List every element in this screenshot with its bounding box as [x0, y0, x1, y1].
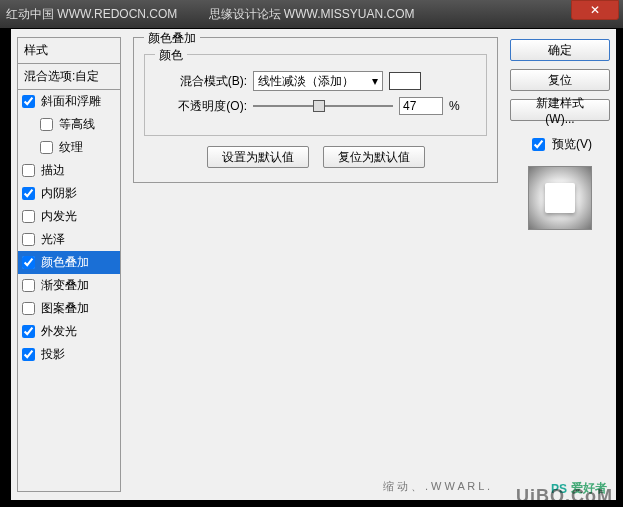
opacity-unit: %: [449, 99, 460, 113]
style-item-等高线[interactable]: 等高线: [18, 113, 120, 136]
style-item-label: 图案叠加: [41, 300, 89, 317]
color-swatch[interactable]: [389, 72, 421, 90]
style-item-label: 纹理: [59, 139, 83, 156]
title-bar: 红动中国 WWW.REDOCN.COM 思缘设计论坛 WWW.MISSYUAN.…: [0, 0, 623, 28]
style-item-label: 投影: [41, 346, 65, 363]
style-item-内发光[interactable]: 内发光: [18, 205, 120, 228]
styles-header: 样式: [18, 38, 120, 64]
titlebar-center-text: 思缘设计论坛 WWW.MISSYUAN.COM: [209, 6, 415, 23]
style-item-label: 外发光: [41, 323, 77, 340]
ok-button[interactable]: 确定: [510, 39, 610, 61]
style-item-checkbox[interactable]: [40, 141, 53, 154]
style-item-斜面和浮雕[interactable]: 斜面和浮雕: [18, 90, 120, 113]
chevron-down-icon: ▾: [372, 74, 378, 88]
blend-mode-row: 混合模式(B): 线性减淡（添加） ▾: [157, 71, 474, 91]
style-item-图案叠加[interactable]: 图案叠加: [18, 297, 120, 320]
style-item-checkbox[interactable]: [22, 279, 35, 292]
preview-checkbox[interactable]: [532, 138, 545, 151]
group-title: 颜色叠加: [144, 30, 200, 47]
style-item-外发光[interactable]: 外发光: [18, 320, 120, 343]
style-item-checkbox[interactable]: [22, 348, 35, 361]
style-item-描边[interactable]: 描边: [18, 159, 120, 182]
styles-column: 样式 混合选项:自定 斜面和浮雕等高线纹理描边内阴影内发光光泽颜色叠加渐变叠加图…: [17, 37, 121, 492]
style-item-光泽[interactable]: 光泽: [18, 228, 120, 251]
style-item-checkbox[interactable]: [40, 118, 53, 131]
style-item-投影[interactable]: 投影: [18, 343, 120, 366]
styles-list: 斜面和浮雕等高线纹理描边内阴影内发光光泽颜色叠加渐变叠加图案叠加外发光投影: [18, 90, 120, 491]
style-item-渐变叠加[interactable]: 渐变叠加: [18, 274, 120, 297]
blend-mode-select[interactable]: 线性减淡（添加） ▾: [253, 71, 383, 91]
new-style-button[interactable]: 新建样式(W)...: [510, 99, 610, 121]
color-overlay-group: 颜色叠加 颜色 混合模式(B): 线性减淡（添加） ▾ 不透明度(O):: [133, 37, 498, 183]
style-item-checkbox[interactable]: [22, 210, 35, 223]
style-item-label: 等高线: [59, 116, 95, 133]
style-item-label: 内阴影: [41, 185, 77, 202]
style-item-颜色叠加[interactable]: 颜色叠加: [18, 251, 120, 274]
color-fieldset: 颜色 混合模式(B): 线性减淡（添加） ▾ 不透明度(O): 47: [144, 54, 487, 136]
close-button[interactable]: ✕: [571, 0, 619, 20]
reset-button[interactable]: 复位: [510, 69, 610, 91]
opacity-value: 47: [403, 99, 416, 113]
close-icon: ✕: [590, 3, 600, 17]
main-panel: 颜色叠加 颜色 混合模式(B): 线性减淡（添加） ▾ 不透明度(O):: [127, 29, 504, 500]
preview-checkbox-row[interactable]: 预览(V): [528, 135, 592, 154]
right-column: 确定 复位 新建样式(W)... 预览(V): [504, 29, 616, 500]
make-default-button[interactable]: 设置为默认值: [207, 146, 309, 168]
watermark-uibq: UiBQ.CoM: [516, 486, 613, 507]
color-subtitle: 颜色: [155, 47, 187, 64]
preview-label: 预览(V): [552, 136, 592, 153]
opacity-input[interactable]: 47: [399, 97, 443, 115]
style-item-label: 颜色叠加: [41, 254, 89, 271]
blend-mode-label: 混合模式(B):: [157, 73, 247, 90]
blend-mode-value: 线性减淡（添加）: [258, 73, 354, 90]
layer-style-dialog: 样式 混合选项:自定 斜面和浮雕等高线纹理描边内阴影内发光光泽颜色叠加渐变叠加图…: [10, 28, 617, 501]
style-item-label: 描边: [41, 162, 65, 179]
preview-inner: [545, 183, 575, 213]
style-item-checkbox[interactable]: [22, 302, 35, 315]
preview-thumbnail: [528, 166, 592, 230]
style-item-checkbox[interactable]: [22, 187, 35, 200]
hint-bar: 缩 动 、 . W W A R L .: [383, 479, 490, 494]
style-item-label: 光泽: [41, 231, 65, 248]
style-item-label: 斜面和浮雕: [41, 93, 101, 110]
style-item-checkbox[interactable]: [22, 233, 35, 246]
style-item-checkbox[interactable]: [22, 95, 35, 108]
reset-default-button[interactable]: 复位为默认值: [323, 146, 425, 168]
opacity-row: 不透明度(O): 47 %: [157, 97, 474, 115]
style-item-内阴影[interactable]: 内阴影: [18, 182, 120, 205]
style-item-label: 内发光: [41, 208, 77, 225]
blend-options-row[interactable]: 混合选项:自定: [18, 64, 120, 90]
style-item-checkbox[interactable]: [22, 256, 35, 269]
style-item-checkbox[interactable]: [22, 325, 35, 338]
slider-thumb[interactable]: [313, 100, 325, 112]
opacity-label: 不透明度(O):: [157, 98, 247, 115]
opacity-slider[interactable]: [253, 99, 393, 113]
style-item-label: 渐变叠加: [41, 277, 89, 294]
style-item-checkbox[interactable]: [22, 164, 35, 177]
default-buttons-row: 设置为默认值 复位为默认值: [144, 146, 487, 168]
style-item-纹理[interactable]: 纹理: [18, 136, 120, 159]
